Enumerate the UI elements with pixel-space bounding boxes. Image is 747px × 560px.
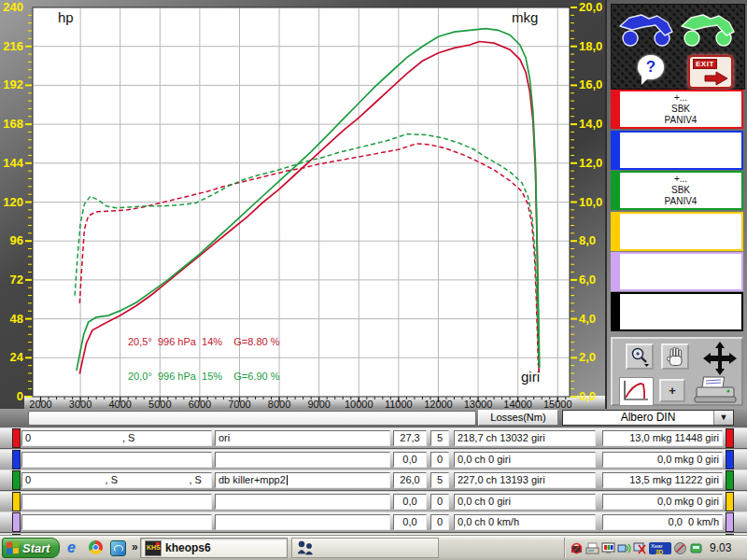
dropdown-arrow-icon[interactable]: ▼ xyxy=(713,411,733,425)
cell-f3[interactable]: 0,0 ch 0 giri xyxy=(454,452,596,468)
internet-explorer-icon[interactable]: e xyxy=(67,539,84,556)
cell-v2[interactable]: 0 xyxy=(430,452,449,468)
removable-device-icon[interactable] xyxy=(689,541,703,555)
curve-preset-button-1[interactable]: +...SBKPANIV4 xyxy=(611,90,743,129)
curve-color-strip xyxy=(726,450,734,469)
cell-f3[interactable]: 227,0 ch 13193 giri xyxy=(454,472,596,488)
start-label: Start xyxy=(22,541,50,555)
svg-text:16,0: 16,0 xyxy=(579,77,602,91)
shaft-select[interactable]: Albero DIN ▼ xyxy=(562,410,734,426)
svg-text:18,0: 18,0 xyxy=(579,39,602,53)
svg-text:10000: 10000 xyxy=(345,399,374,409)
volume-muted-icon[interactable] xyxy=(673,541,687,555)
help-button[interactable]: ? xyxy=(636,53,668,87)
chrome-icon[interactable] xyxy=(89,539,106,556)
wireless-signal-icon[interactable] xyxy=(617,541,631,555)
curve-color-strip xyxy=(12,492,21,511)
svg-text:120: 120 xyxy=(3,195,23,209)
cell-f1[interactable] xyxy=(21,494,212,510)
dyno-chart[interactable]: 0244872961201441681922162400,02,04,06,08… xyxy=(0,0,605,409)
media-player-icon[interactable] xyxy=(110,539,127,556)
curve-color-strip xyxy=(726,470,734,490)
controls-row: Losses(Nm) Albero DIN ▼ xyxy=(0,409,747,427)
cell-f4[interactable]: 13,0 mkg 11448 giri xyxy=(602,430,723,446)
printer-icon xyxy=(691,374,741,406)
exit-button[interactable]: EXIT xyxy=(688,55,733,89)
cell-f2[interactable] xyxy=(215,494,390,510)
blue-motorcycle-icon xyxy=(617,10,675,49)
svg-text:168: 168 xyxy=(3,117,23,131)
move-cross-icon[interactable] xyxy=(698,340,741,377)
add-button[interactable]: + xyxy=(659,379,685,402)
windows-flag-icon xyxy=(7,541,20,554)
load-curve-blue-bike-button[interactable] xyxy=(617,10,675,49)
display-settings-icon[interactable] xyxy=(601,541,615,555)
cell-v1[interactable]: 0,0 xyxy=(393,514,427,530)
cell-f4[interactable]: 0,0 mkg 0 giri xyxy=(602,452,723,468)
curve-preset-button-4[interactable] xyxy=(611,212,743,251)
losses-button[interactable]: Losses(Nm) xyxy=(478,410,558,426)
cell-v2[interactable]: 5 xyxy=(430,430,449,446)
annotation-red: 20,5° 996 hPa 14% G=8.80 % xyxy=(128,336,280,347)
cell-f3[interactable]: 0,0 ch 0 km/h xyxy=(454,514,596,530)
cell-f4[interactable]: 13,5 mkg 11222 giri xyxy=(602,472,723,488)
cell-v2[interactable]: 0 xyxy=(430,514,449,530)
cell-f1[interactable] xyxy=(21,514,212,530)
device-disabled-icon[interactable] xyxy=(570,541,584,555)
svg-text:7000: 7000 xyxy=(228,399,250,409)
exit-label: EXIT xyxy=(693,59,717,69)
cell-v1[interactable]: 0,0 xyxy=(393,452,427,468)
cell-v1[interactable]: 0,0 xyxy=(393,494,427,510)
cell-f1[interactable] xyxy=(21,452,212,468)
hand-icon xyxy=(664,344,686,369)
svg-text:240: 240 xyxy=(3,0,23,14)
svg-text:72: 72 xyxy=(10,273,23,287)
svg-text:96: 96 xyxy=(10,233,23,247)
start-button[interactable]: Start xyxy=(2,538,60,558)
svg-text:24: 24 xyxy=(10,350,24,364)
taskbar: Start e » KHS kheops6 xyxy=(0,535,747,560)
cell-f4[interactable]: 0,0 0 km/h xyxy=(602,514,723,530)
cell-f2[interactable]: ori xyxy=(215,430,390,446)
kheops6-icon: KHS xyxy=(145,540,162,556)
cell-f4[interactable]: 0,0 mkg 0 giri xyxy=(602,494,723,510)
empty-input-strip[interactable] xyxy=(28,411,476,426)
annotation-green: 20,0° 996 hPa 15% G=6.90 % xyxy=(128,371,280,382)
curve-preset-button-3[interactable]: +...SBKPANIV4 xyxy=(611,171,743,210)
cell-v2[interactable]: 5 xyxy=(430,472,449,488)
curve-preset-button-6[interactable] xyxy=(611,292,743,331)
preset-label xyxy=(620,133,741,168)
task-button-2[interactable] xyxy=(291,538,439,558)
cell-f3[interactable]: 218,7 ch 13032 giri xyxy=(454,430,596,446)
svg-text:2000: 2000 xyxy=(29,399,51,409)
network-offline-icon[interactable] xyxy=(633,541,647,555)
preset-color-strip xyxy=(613,133,620,168)
task-button-kheops6[interactable]: KHS kheops6 xyxy=(140,538,288,558)
cell-v1[interactable]: 26,0 xyxy=(393,472,427,488)
xear3d-icon[interactable]: Xear 3D xyxy=(649,541,671,555)
print-button[interactable] xyxy=(691,374,741,406)
preset-color-strip xyxy=(613,173,620,208)
green-motorcycle-icon xyxy=(679,10,737,49)
load-curve-green-bike-button[interactable] xyxy=(679,10,737,49)
cell-v2[interactable]: 0 xyxy=(430,494,449,510)
exit-arrow-icon xyxy=(703,71,731,86)
shaft-select-value: Albero DIN xyxy=(621,411,676,424)
svg-text:8,0: 8,0 xyxy=(579,233,596,247)
cell-f1[interactable]: 0 , S , S xyxy=(21,472,212,488)
curve-preset-button-2[interactable] xyxy=(611,131,743,170)
cell-f2[interactable]: db killer+mpp2 xyxy=(215,472,390,488)
cell-f1[interactable]: 0 , S xyxy=(21,430,212,446)
scanner-icon[interactable] xyxy=(585,541,599,555)
quicklaunch-overflow-chevron[interactable]: » xyxy=(132,540,138,553)
curve-preset-button-5[interactable] xyxy=(611,252,743,291)
cell-f2[interactable] xyxy=(215,452,390,468)
cell-v1[interactable]: 27,3 xyxy=(393,430,427,446)
cell-f2[interactable] xyxy=(215,514,390,530)
preset-color-strip xyxy=(613,294,620,329)
zoom-tool-button[interactable] xyxy=(626,343,654,370)
preset-label xyxy=(620,254,741,289)
pan-tool-button[interactable] xyxy=(661,343,689,370)
curve-display-button[interactable] xyxy=(619,377,654,406)
cell-f3[interactable]: 0,0 ch 0 giri xyxy=(454,494,596,510)
